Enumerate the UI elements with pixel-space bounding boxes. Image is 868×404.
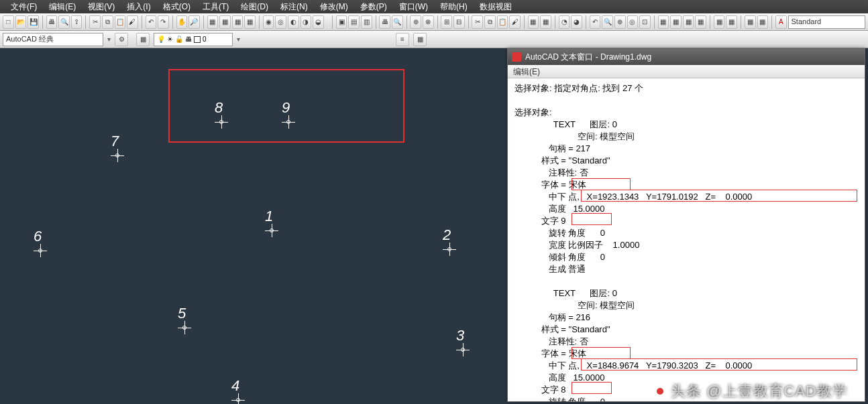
menu-item[interactable]: 标注(N) bbox=[280, 1, 308, 13]
tool-icon[interactable]: 🖶 bbox=[379, 15, 390, 29]
tool-icon[interactable]: ↶ bbox=[590, 15, 601, 29]
tool-icon[interactable]: ⊗ bbox=[423, 15, 434, 29]
menu-item[interactable]: 数据视图 bbox=[480, 1, 512, 13]
menu-item[interactable]: 绘图(D) bbox=[241, 1, 268, 13]
undo-icon[interactable]: ↶ bbox=[146, 15, 157, 29]
text-window-titlebar[interactable]: AutoCAD 文本窗口 - Drawing1.dwg bbox=[508, 49, 865, 65]
zoom-icon[interactable]: 🔎 bbox=[188, 15, 200, 29]
publish-icon[interactable]: ⇪ bbox=[71, 15, 83, 29]
tool-icon[interactable]: ⊕ bbox=[410, 15, 421, 29]
highlight-box bbox=[572, 178, 631, 190]
menu-item[interactable]: 帮助(H) bbox=[440, 1, 468, 13]
cad-text-point[interactable]: 6 bbox=[34, 228, 47, 257]
tool-icon[interactable]: ⊟ bbox=[453, 15, 465, 29]
tool-icon[interactable]: ◎ bbox=[275, 15, 286, 29]
tool-icon[interactable]: ▦ bbox=[244, 15, 256, 29]
tool-icon[interactable]: ◑ bbox=[301, 15, 312, 29]
print-icon: 🖶 bbox=[185, 36, 192, 43]
text-style-select[interactable]: Standard bbox=[788, 15, 866, 29]
menu-item[interactable]: 工具(T) bbox=[203, 1, 229, 13]
tool-icon[interactable]: 🖌 bbox=[509, 15, 521, 29]
menu-bar: 文件(F)编辑(E)视图(V)插入(I)格式(O)工具(T)绘图(D)标注(N)… bbox=[0, 0, 868, 13]
tool-icon[interactable]: 🔍 bbox=[392, 15, 403, 29]
cut-icon[interactable]: ✂ bbox=[89, 15, 101, 29]
preview-icon[interactable]: 🔍 bbox=[58, 15, 70, 29]
tool-icon[interactable]: ⊞ bbox=[441, 15, 452, 29]
redo-icon[interactable]: ↷ bbox=[158, 15, 169, 29]
tool-icon[interactable]: ⊕ bbox=[614, 15, 626, 29]
text-window-body[interactable]: 选择对象: 指定对角点: 找到 27 个 选择对象: TEXT 图层: 0 空间… bbox=[508, 78, 865, 401]
save-icon[interactable]: 💾 bbox=[28, 15, 39, 29]
tool-icon[interactable]: ≡ bbox=[396, 33, 409, 46]
tool-icon[interactable]: ◔ bbox=[559, 15, 570, 29]
sun-icon: ☀ bbox=[167, 36, 173, 43]
text-window-menu[interactable]: 编辑(E) bbox=[508, 65, 865, 78]
highlight-box bbox=[581, 190, 857, 202]
cad-text-point[interactable]: 2 bbox=[443, 226, 456, 256]
tool-icon[interactable]: ▦ bbox=[670, 15, 682, 29]
cad-text-point[interactable]: 9 bbox=[282, 99, 295, 129]
tool-icon[interactable]: ▥ bbox=[361, 15, 372, 29]
app-icon bbox=[512, 52, 521, 62]
highlight-box bbox=[572, 382, 612, 394]
layer-name: 0 bbox=[203, 36, 207, 43]
tool-icon[interactable]: ▦ bbox=[726, 15, 737, 29]
tool-icon[interactable]: ◐ bbox=[288, 15, 299, 29]
tool-icon[interactable]: ✂ bbox=[472, 15, 483, 29]
tool-icon[interactable]: ▦ bbox=[207, 15, 219, 29]
tool-icon[interactable]: ⧉ bbox=[484, 15, 496, 29]
tool-icon[interactable]: ▦ bbox=[745, 15, 756, 29]
cad-text-point[interactable]: 7 bbox=[111, 133, 124, 162]
tool-icon[interactable]: 📋 bbox=[497, 15, 508, 29]
tool-icon[interactable]: ▦ bbox=[413, 33, 427, 46]
tool-icon[interactable]: ▣ bbox=[336, 15, 347, 29]
text-window: AutoCAD 文本窗口 - Drawing1.dwg 编辑(E) 选择对象: … bbox=[507, 48, 865, 402]
text-style-icon[interactable]: A bbox=[775, 15, 787, 29]
layer-manager-icon[interactable]: ▦ bbox=[136, 33, 150, 46]
tool-icon[interactable]: ▦ bbox=[714, 15, 725, 29]
menu-item[interactable]: 参数(P) bbox=[360, 1, 387, 13]
highlight-box bbox=[581, 358, 857, 371]
cad-text-point[interactable]: 1 bbox=[265, 208, 278, 237]
menu-item[interactable]: 窗口(W) bbox=[399, 1, 428, 13]
match-icon[interactable]: 🖌 bbox=[127, 15, 138, 29]
tool-icon[interactable]: ⊡ bbox=[639, 15, 651, 29]
new-icon[interactable]: □ bbox=[3, 15, 14, 29]
menu-item[interactable]: 修改(M) bbox=[320, 1, 348, 13]
tool-icon[interactable]: ▦ bbox=[683, 15, 694, 29]
menu-item[interactable]: 文件(F) bbox=[11, 1, 37, 13]
text-window-title: AutoCAD 文本窗口 - Drawing1.dwg bbox=[525, 52, 651, 63]
tool-icon[interactable]: ▦ bbox=[219, 15, 231, 29]
tool-icon[interactable]: ▦ bbox=[695, 15, 706, 29]
tool-icon[interactable]: ◉ bbox=[263, 15, 274, 29]
layer-select[interactable]: 💡 ☀ 🔓 🖶 0 bbox=[154, 33, 233, 46]
tool-icon[interactable]: ▦ bbox=[540, 15, 551, 29]
color-swatch bbox=[194, 36, 201, 43]
tool-icon[interactable]: ▦ bbox=[658, 15, 669, 29]
tool-icon[interactable]: ▦ bbox=[232, 15, 243, 29]
pan-icon[interactable]: ✋ bbox=[176, 15, 188, 29]
paste-icon[interactable]: 📋 bbox=[115, 15, 126, 29]
tool-icon[interactable]: ▤ bbox=[348, 15, 360, 29]
cad-text-point[interactable]: 5 bbox=[178, 305, 191, 334]
menu-item[interactable]: 插入(I) bbox=[127, 1, 150, 13]
cad-text-point[interactable]: 4 bbox=[231, 377, 245, 404]
main-toolbar: □ 📂 💾 🖶 🔍 ⇪ ✂ ⧉ 📋 🖌 ↶ ↷ ✋ 🔎 ▦ ▦ ▦ ▦ ◉ ◎ … bbox=[0, 13, 868, 31]
menu-item[interactable]: 视图(V) bbox=[88, 1, 115, 13]
copy-icon[interactable]: ⧉ bbox=[102, 15, 113, 29]
tool-icon[interactable]: ◒ bbox=[313, 15, 324, 29]
open-icon[interactable]: 📂 bbox=[15, 15, 27, 29]
tool-icon[interactable]: ▦ bbox=[528, 15, 539, 29]
menu-item[interactable]: 格式(O) bbox=[163, 1, 191, 13]
tool-icon[interactable]: ▦ bbox=[757, 15, 769, 29]
gear-icon[interactable]: ⚙ bbox=[115, 33, 128, 46]
cad-text-point[interactable]: 8 bbox=[215, 99, 228, 129]
cad-text-point[interactable]: 3 bbox=[456, 327, 470, 356]
menu-item[interactable]: 编辑(E) bbox=[49, 1, 76, 13]
tool-icon[interactable]: ◕ bbox=[571, 15, 582, 29]
tool-icon[interactable]: 🔍 bbox=[602, 15, 613, 29]
tool-icon[interactable]: ◎ bbox=[627, 15, 639, 29]
print-icon[interactable]: 🖶 bbox=[46, 15, 58, 29]
workspace-select[interactable]: AutoCAD 经典 bbox=[3, 33, 103, 46]
lightbulb-icon: 💡 bbox=[157, 36, 165, 43]
